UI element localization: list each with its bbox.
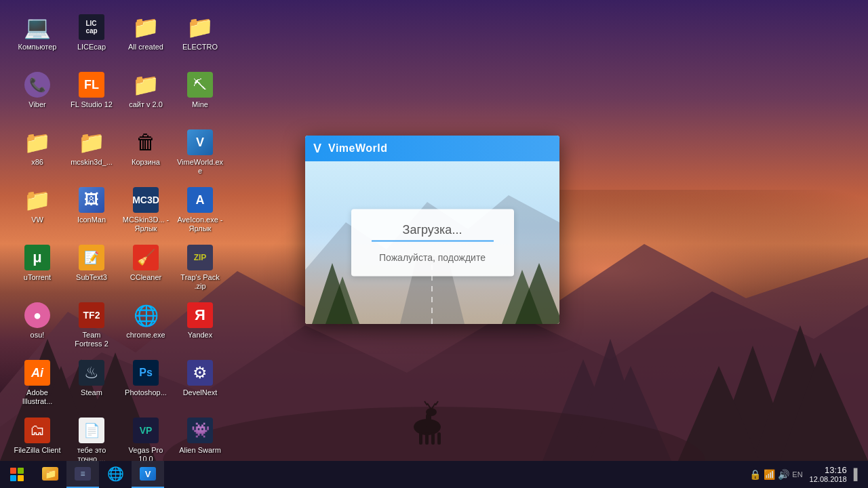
icon-label-yandex: Yandex (188, 331, 213, 340)
icon-mcskin3d-link[interactable]: MC3D MCSkin3D... - Ярлык (119, 183, 173, 241)
tray-icons: 🔒 📶 🔊 EN (749, 469, 802, 480)
icon-korzina[interactable]: 🗑 Корзина (119, 125, 173, 183)
icon-iconman[interactable]: 🖼 IconMan (64, 183, 119, 241)
taskbar: 📁 ≡ 🌐 V 🔒 📶 🔊 EN (0, 461, 868, 488)
tray-keyboard-icon: EN (792, 470, 802, 479)
vimeworld-title-icon: V (313, 142, 321, 156)
taskbar-vimeworld-icon: V (140, 467, 156, 481)
icon-label-develnext: DevelNext (183, 388, 218, 397)
icon-mine[interactable]: ⛏ Mine (173, 68, 227, 125)
dialog-title: VimeWorld (328, 142, 387, 155)
icon-label-chrome: chrome.exe (126, 331, 165, 340)
icon-label-fl-studio: FL Studio 12 (71, 100, 113, 109)
icon-label-x86: x86 (31, 158, 43, 167)
icon-label-korzina: Корзина (132, 158, 160, 167)
dialog-titlebar: V VimeWorld (305, 136, 559, 161)
icon-label-all-created: All created (128, 43, 163, 52)
windows-logo-icon (10, 468, 24, 481)
icon-label-electro: ELECTRO (182, 43, 218, 52)
start-button[interactable] (0, 461, 34, 488)
icon-osu[interactable]: ● osu! (10, 298, 64, 356)
tray-sound-icon: 🔊 (778, 469, 789, 480)
icon-ccleaner[interactable]: 🧹 CCleaner (119, 241, 173, 298)
icon-label-site: сайт v 2.0 (129, 100, 163, 109)
icon-aveicon-link[interactable]: A AveIcon.exe - Ярлык (173, 183, 227, 241)
icon-team-fortress[interactable]: TF2 Team Fortress 2 (64, 298, 119, 356)
icon-label-vimeworld: VimeWorld.exe (176, 158, 224, 176)
dialog-body: Загрузка... Пожалуйста, подождите (305, 161, 559, 324)
icon-label-aveicon-link: AveIcon.exe - Ярлык (176, 216, 224, 233)
icon-develnext[interactable]: ⚙ DevelNext (173, 356, 227, 413)
icon-label-licecap: LICEcap (77, 43, 106, 52)
icon-steam[interactable]: ♨ Steam (64, 356, 119, 413)
icon-trap-pack[interactable]: ZIP Trap's Pack .zip (173, 241, 227, 298)
icon-adobe-ai[interactable]: Ai Adobe Illustrat... (10, 356, 64, 413)
icon-computer[interactable]: 💻 Компьютер (10, 10, 64, 68)
icon-chrome[interactable]: 🌐 chrome.exe (119, 298, 173, 356)
icon-label-mcskin3d-link: MCSkin3D... - Ярлык (122, 216, 170, 233)
show-desktop-button[interactable]: ▌ (854, 468, 861, 481)
vimeworld-dialog[interactable]: V VimeWorld (305, 136, 559, 324)
taskbar-apps: 📁 ≡ 🌐 V (34, 461, 743, 488)
icon-licecap[interactable]: LICcap LICEcap (64, 10, 119, 68)
icon-all-created[interactable]: 📁 All created (119, 10, 173, 68)
icon-utorrent[interactable]: μ uTorrent (10, 241, 64, 298)
icon-label-ccleaner: CCleaner (130, 273, 161, 282)
icon-label-adobe-ai: Adobe Illustrat... (14, 388, 61, 406)
icon-label-steam: Steam (81, 388, 102, 397)
dialog-content-box: Загрузка... Пожалуйста, подождите (351, 209, 514, 277)
tray-network-icon: 📶 (764, 469, 775, 480)
clock-time: 13:16 (825, 465, 847, 476)
icon-fl-studio[interactable]: FL FL Studio 12 (64, 68, 119, 125)
taskbar-app-chrome[interactable]: 🌐 (99, 461, 132, 488)
icon-yandex[interactable]: Я Yandex (173, 298, 227, 356)
icon-label-viber: Viber (28, 100, 45, 109)
tray-lock-icon: 🔒 (749, 469, 761, 480)
icon-mcskin3d[interactable]: 📁 mcskin3d_... (64, 125, 119, 183)
clock-date: 12.08.2018 (810, 475, 847, 484)
icon-label-mine: Mine (192, 100, 208, 109)
icon-label-photoshop: Photoshop... (125, 388, 167, 397)
taskbar-app-taskmgr[interactable]: ≡ (66, 461, 99, 488)
icon-site[interactable]: 📁 сайт v 2.0 (119, 68, 173, 125)
icon-label-subtext3: SubText3 (76, 273, 107, 282)
icon-subtext3[interactable]: 📝 SubText3 (64, 241, 119, 298)
taskbar-app-vimeworld[interactable]: V (132, 461, 164, 488)
icon-photoshop[interactable]: Ps Photoshop... (119, 356, 173, 413)
icon-label-mcskin3d: mcskin3d_... (71, 158, 113, 167)
icon-label-utorrent: uTorrent (24, 273, 51, 282)
icon-x86[interactable]: 📁 x86 (10, 125, 64, 183)
icon-vimeworld[interactable]: V VimeWorld.exe (173, 125, 227, 183)
loading-text: Загрузка... (372, 223, 494, 242)
taskbar-explorer-icon: 📁 (42, 467, 58, 481)
taskbar-system-tray: 🔒 📶 🔊 EN 13:16 12.08.2018 ▌ (743, 465, 868, 485)
icon-label-vw: VW (31, 216, 43, 224)
icon-vw[interactable]: 📁 VW (10, 183, 64, 241)
icon-label-team-fortress: Team Fortress 2 (68, 331, 115, 348)
taskbar-app-explorer[interactable]: 📁 (34, 461, 66, 488)
icon-viber[interactable]: 📞 Viber (10, 68, 64, 125)
please-wait-text: Пожалуйста, подождите (372, 252, 494, 263)
icon-label-alien-swarm: Alien Swarm (179, 446, 221, 455)
taskbar-chrome-icon: 🌐 (107, 466, 124, 482)
icon-label-filezilla: FileZilla Client (14, 446, 60, 455)
clock-area[interactable]: 13:16 12.08.2018 (807, 465, 850, 485)
icon-label-trap-pack: Trap's Pack .zip (176, 273, 224, 291)
icon-label-computer: Компьютер (18, 43, 57, 52)
icon-label-osu: osu! (31, 331, 45, 340)
taskbar-taskmgr-icon: ≡ (75, 467, 91, 481)
icon-electro[interactable]: 📁 ELECTRO (173, 10, 227, 68)
icon-label-iconman: IconMan (77, 216, 106, 224)
